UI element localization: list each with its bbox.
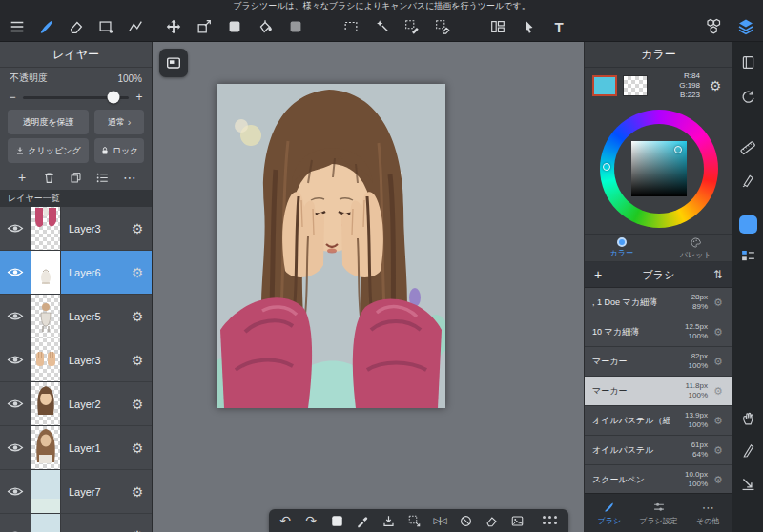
- layer-thumbnail[interactable]: [31, 251, 61, 294]
- layer-row[interactable]: Layer5 ⚙: [0, 295, 152, 338]
- active-color-swatch[interactable]: [737, 214, 758, 235]
- layer-settings-gear-icon[interactable]: ⚙: [123, 295, 152, 338]
- tab-palette[interactable]: パレット: [659, 235, 733, 261]
- layer-settings-gear-icon[interactable]: ⚙: [123, 514, 152, 532]
- brush-settings-gear-icon[interactable]: ⚙: [710, 385, 727, 398]
- visibility-eye-icon[interactable]: [0, 470, 31, 513]
- palette-list-icon[interactable]: [737, 245, 758, 266]
- stylus-pen-icon[interactable]: [737, 439, 758, 460]
- move-tool-icon[interactable]: [164, 17, 183, 36]
- brush-tool-icon[interactable]: [37, 17, 56, 36]
- airbrush-icon[interactable]: [737, 170, 758, 191]
- refresh-rotate-icon[interactable]: [737, 86, 758, 107]
- visibility-eye-icon[interactable]: [0, 207, 31, 250]
- panels-layout-icon[interactable]: [488, 17, 507, 36]
- visibility-eye-icon[interactable]: [0, 382, 31, 425]
- brush-settings-gear-icon[interactable]: ⚙: [710, 474, 727, 486]
- white-swatch-icon[interactable]: [328, 512, 345, 529]
- layer-row[interactable]: Layer2 ⚙: [0, 382, 152, 426]
- duplicate-layer-button[interactable]: [68, 169, 85, 186]
- layer-settings-gear-icon[interactable]: ⚙: [123, 470, 152, 513]
- fill-swatch-icon[interactable]: [225, 17, 244, 36]
- eyedropper-icon[interactable]: [354, 512, 371, 529]
- shape-tool-icon[interactable]: [96, 17, 115, 36]
- protect-alpha-button[interactable]: 透明度を保護: [8, 110, 89, 134]
- tab-brush-settings[interactable]: ブラシ設定: [634, 494, 684, 532]
- text-tool-icon[interactable]: T: [549, 17, 568, 36]
- select-rect-tool-icon[interactable]: [341, 17, 361, 36]
- layer-settings-gear-icon[interactable]: ⚙: [123, 207, 152, 250]
- brush-row[interactable]: マーカー 82px100% ⚙: [585, 347, 732, 377]
- save-icon[interactable]: [380, 512, 397, 529]
- layer-row[interactable]: Layer7 ⚙: [0, 470, 152, 514]
- flip-horizontal-icon[interactable]: ▷|◁: [431, 512, 448, 529]
- layers-panel-icon[interactable]: [736, 17, 755, 36]
- rotate-disabled-icon[interactable]: [457, 512, 474, 529]
- brush-row[interactable]: オイルパステル（細） 13.9px100% ⚙: [585, 406, 732, 436]
- opacity-minus-button[interactable]: −: [8, 91, 17, 104]
- materials-honeycomb-icon[interactable]: [704, 17, 723, 36]
- brush-row[interactable]: スクールペン 10.0px100% ⚙: [585, 465, 732, 493]
- select-eraser-tool-icon[interactable]: [433, 17, 452, 36]
- drag-handle-icon[interactable]: [540, 512, 561, 529]
- layer-thumbnail[interactable]: [31, 382, 61, 425]
- more-layer-actions-button[interactable]: ⋯: [121, 169, 138, 186]
- canvas-artwork[interactable]: [217, 84, 445, 408]
- brush-settings-gear-icon[interactable]: ⚙: [710, 444, 727, 457]
- layer-thumbnail[interactable]: [31, 338, 61, 381]
- opacity-slider-track[interactable]: [23, 96, 129, 99]
- brush-settings-gear-icon[interactable]: ⚙: [710, 415, 727, 427]
- hue-ring[interactable]: [600, 110, 718, 228]
- menu-icon[interactable]: [8, 17, 27, 36]
- delete-layer-button[interactable]: [40, 169, 57, 186]
- layer-row[interactable]: Layer1 ⚙: [0, 426, 152, 470]
- select-pen-tool-icon[interactable]: [402, 17, 422, 36]
- current-color-swatch[interactable]: [592, 75, 617, 96]
- reference-book-icon[interactable]: [737, 51, 758, 72]
- color-settings-gear-icon[interactable]: ⚙: [706, 78, 725, 93]
- opacity-plus-button[interactable]: +: [134, 91, 144, 104]
- layer-list-options-button[interactable]: [94, 169, 112, 186]
- tab-brush[interactable]: ブラシ: [585, 494, 634, 532]
- undo-icon[interactable]: ↶: [277, 512, 294, 529]
- blend-mode-button[interactable]: 通常›: [94, 110, 144, 134]
- add-brush-button[interactable]: +: [594, 267, 613, 282]
- sort-brushes-icon[interactable]: ⇅: [704, 268, 723, 281]
- layer-row[interactable]: Layer3 ⚙: [0, 207, 152, 251]
- add-layer-button[interactable]: +: [13, 169, 31, 186]
- layer-row-partial[interactable]: ⚙: [0, 514, 152, 532]
- image-icon[interactable]: [508, 512, 526, 529]
- opacity-slider[interactable]: − +: [0, 87, 152, 108]
- polyline-tool-icon[interactable]: [126, 17, 145, 36]
- fullscreen-corner-arrow-icon[interactable]: [737, 473, 758, 494]
- redo-icon[interactable]: ↷: [302, 512, 320, 529]
- cursor-tool-icon[interactable]: [519, 17, 538, 36]
- brush-row-selected[interactable]: マーカー 11.8px100% ⚙: [585, 377, 732, 406]
- lock-button[interactable]: ロック: [94, 138, 144, 163]
- eraser-quick-icon[interactable]: [483, 512, 500, 529]
- layer-thumbnail[interactable]: [31, 207, 61, 250]
- clipping-button[interactable]: クリッピング: [8, 138, 89, 163]
- select-transform-icon[interactable]: [405, 512, 423, 529]
- layer-settings-gear-icon[interactable]: ⚙: [123, 338, 152, 381]
- layer-settings-gear-icon[interactable]: ⚙: [123, 426, 152, 469]
- tab-others[interactable]: ⋯ その他: [683, 494, 732, 532]
- layer-thumbnail[interactable]: [31, 470, 61, 513]
- bucket-tool-icon[interactable]: [256, 17, 275, 36]
- hue-marker[interactable]: [603, 163, 610, 171]
- eraser-tool-icon[interactable]: [67, 17, 86, 36]
- tab-color[interactable]: カラー: [585, 235, 659, 261]
- brush-row[interactable]: , 1 Doe マカ細薄 28px89% ⚙: [585, 288, 732, 317]
- visibility-eye-icon[interactable]: [0, 426, 31, 469]
- magic-wand-tool-icon[interactable]: [372, 17, 391, 36]
- gradient-swatch-icon[interactable]: [286, 17, 305, 36]
- transparent-color-swatch[interactable]: [623, 75, 648, 96]
- layer-settings-gear-icon[interactable]: ⚙: [123, 251, 152, 294]
- transform-tool-icon[interactable]: [195, 17, 214, 36]
- hand-pan-icon[interactable]: [737, 407, 758, 428]
- brush-settings-gear-icon[interactable]: ⚙: [710, 326, 727, 338]
- brush-settings-gear-icon[interactable]: ⚙: [710, 356, 727, 368]
- layer-row-selected[interactable]: Layer6 ⚙: [0, 251, 152, 295]
- layer-row[interactable]: Layer3 ⚙: [0, 338, 152, 382]
- layer-thumbnail[interactable]: [31, 426, 61, 469]
